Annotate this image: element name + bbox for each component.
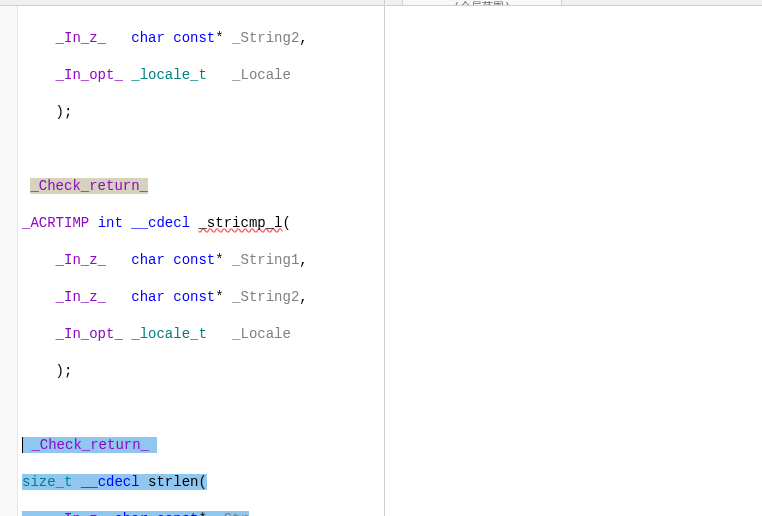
selection: size_t __cdecl strlen( (22, 474, 207, 490)
selection: _In_z_ char const* _Str (22, 511, 249, 517)
code-line: _In_z_ char const* _String2, (22, 288, 762, 307)
code-line: _In_opt_ _locale_t _Locale (22, 325, 762, 344)
code-line: _ACRTIMP int __cdecl _stricmp_l( (22, 214, 762, 233)
code-line: _In_z_ char const* _String1, (22, 251, 762, 270)
code-line: _In_z_ char const* _Str (22, 510, 762, 517)
code-line: ); (22, 103, 762, 122)
code-line (22, 140, 762, 159)
code-line: _Check_return_ (22, 436, 762, 455)
editor-gutter (0, 6, 18, 516)
code-line: ); (22, 362, 762, 381)
code-line: size_t __cdecl strlen( (22, 473, 762, 492)
code-line (22, 399, 762, 418)
code-editor[interactable]: _In_z_ char const* _String2, _In_opt_ _l… (18, 6, 762, 516)
code-line: _In_opt_ _locale_t _Locale (22, 66, 762, 85)
code-line: _Check_return_ (22, 177, 762, 196)
selection: _Check_return_ (22, 437, 157, 453)
code-line: _In_z_ char const* _String2, (22, 29, 762, 48)
highlight-check-return: _Check_return_ (30, 178, 148, 194)
